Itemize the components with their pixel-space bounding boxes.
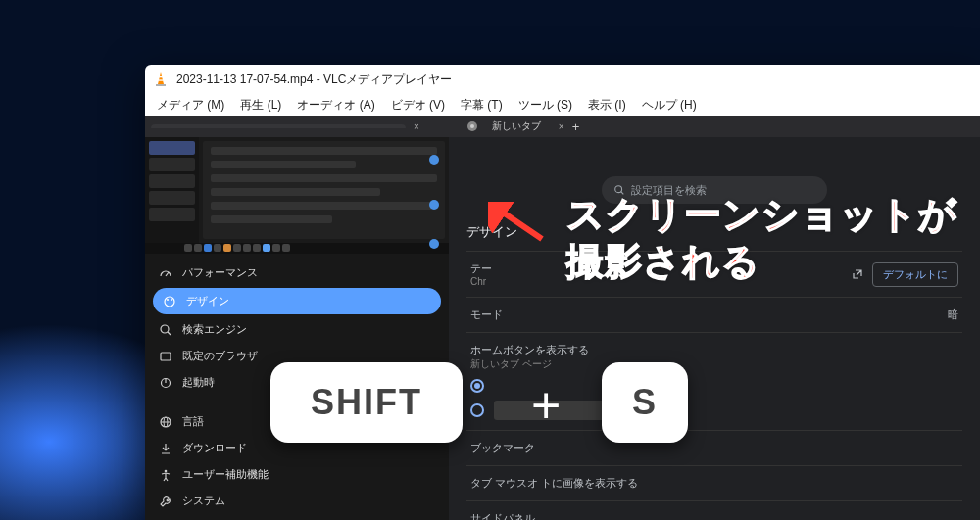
close-icon[interactable]: × bbox=[559, 121, 564, 132]
browser-icon bbox=[159, 350, 172, 363]
sidebar-item-label: 起動時 bbox=[182, 375, 215, 390]
recorded-browser: × 新しいタブ × + bbox=[145, 116, 980, 520]
svg-marker-0 bbox=[158, 72, 164, 84]
svg-rect-1 bbox=[156, 84, 166, 86]
svg-line-11 bbox=[168, 332, 171, 335]
sidebar-item-search[interactable]: 検索エンジン bbox=[145, 316, 449, 343]
browser-tabstrip: × 新しいタブ × + bbox=[145, 116, 980, 137]
setting-tabhover[interactable]: タブ マウスオ トに画像を表示する bbox=[466, 465, 962, 500]
video-left-pane: パフォーマンス デザイン 検索エンジン 既定のブラウザ bbox=[145, 137, 449, 520]
setting-label: モード bbox=[470, 307, 503, 322]
setting-label: タブ マウスオ トに画像を表示する bbox=[470, 476, 638, 491]
palette-icon bbox=[163, 295, 176, 308]
plus-icon: + bbox=[531, 376, 561, 435]
radio-newtab[interactable] bbox=[470, 379, 484, 393]
svg-rect-12 bbox=[161, 353, 171, 360]
globe-icon bbox=[159, 415, 172, 429]
menu-audio[interactable]: オーディオ (A) bbox=[291, 95, 380, 116]
annotation-text: スクリーンショットが 撮影される bbox=[566, 192, 957, 285]
video-editor-thumb bbox=[145, 137, 449, 243]
menu-video[interactable]: ビデオ (V) bbox=[385, 95, 451, 116]
gauge-icon bbox=[159, 266, 172, 280]
sidebar-item-label: パフォーマンス bbox=[182, 265, 258, 280]
setting-sublabel: 新しいタブ ページ bbox=[470, 357, 589, 371]
annotation-arrow-icon bbox=[488, 202, 547, 245]
menu-view[interactable]: 表示 (I) bbox=[582, 95, 632, 116]
sidebar-item-design[interactable]: デザイン bbox=[153, 288, 441, 314]
video-area: × 新しいタブ × + bbox=[145, 116, 980, 520]
close-icon[interactable]: × bbox=[414, 121, 419, 132]
vlc-cone-icon bbox=[153, 71, 169, 87]
sidebar-item-label: デザイン bbox=[186, 294, 229, 308]
window-title: 2023-11-13 17-07-54.mp4 - VLCメディアプレイヤー bbox=[176, 71, 452, 88]
menu-help[interactable]: ヘルプ (H) bbox=[636, 95, 703, 116]
svg-rect-2 bbox=[159, 76, 163, 77]
sidebar-item-label: ダウンロード bbox=[182, 441, 247, 455]
svg-point-8 bbox=[167, 299, 169, 301]
svg-point-5 bbox=[470, 124, 474, 128]
svg-line-23 bbox=[496, 208, 542, 239]
sidebar-item-accessibility[interactable]: ユーザー補助機能 bbox=[145, 461, 449, 488]
sidebar-item-label: 既定のブラウザ bbox=[182, 349, 258, 363]
setting-bookmark[interactable]: ブックマーク bbox=[466, 430, 962, 465]
svg-point-7 bbox=[165, 297, 174, 307]
menu-tools[interactable]: ツール (S) bbox=[513, 95, 578, 116]
titlebar[interactable]: 2023-11-13 17-07-54.mp4 - VLCメディアプレイヤー bbox=[145, 65, 980, 94]
sidebar-item-label: 言語 bbox=[182, 414, 204, 429]
setting-label: テー bbox=[470, 261, 492, 276]
mini-taskbar bbox=[145, 243, 449, 254]
sidebar-item-label: 検索エンジン bbox=[182, 322, 247, 337]
menu-playback[interactable]: 再生 (L) bbox=[234, 95, 287, 116]
svg-point-10 bbox=[161, 325, 169, 333]
setting-label: サイドパネル bbox=[470, 511, 535, 520]
svg-rect-3 bbox=[159, 79, 164, 80]
setting-value: 暗 bbox=[948, 307, 958, 322]
svg-line-6 bbox=[166, 272, 169, 276]
download-icon bbox=[159, 442, 172, 455]
setting-mode[interactable]: モード 暗 bbox=[466, 297, 962, 332]
menu-media[interactable]: メディア (M) bbox=[151, 95, 230, 116]
svg-point-19 bbox=[165, 469, 168, 472]
setting-label: ブックマーク bbox=[470, 441, 535, 455]
radio-custom[interactable] bbox=[470, 403, 484, 417]
power-icon bbox=[159, 376, 172, 390]
sidebar-item-label: システム bbox=[182, 494, 225, 508]
keycap-shift: SHIFT bbox=[270, 362, 463, 443]
menu-subtitle[interactable]: 字幕 (T) bbox=[455, 95, 509, 116]
sidebar-item-performance[interactable]: パフォーマンス bbox=[145, 260, 449, 286]
chrome-icon bbox=[466, 120, 478, 132]
sidebar-item-system[interactable]: システム bbox=[145, 488, 449, 514]
keycap-s: S bbox=[602, 362, 688, 443]
svg-point-9 bbox=[171, 299, 172, 301]
setting-sidepanel[interactable]: サイドパネル bbox=[466, 500, 962, 520]
setting-label: ホームボタンを表示する bbox=[470, 343, 589, 357]
browser-tab-2[interactable]: 新しいタブ bbox=[482, 118, 551, 135]
new-tab-button[interactable]: + bbox=[568, 119, 584, 134]
sidebar-item-label: ユーザー補助機能 bbox=[182, 467, 269, 482]
a11y-icon bbox=[159, 468, 172, 482]
menubar: メディア (M) 再生 (L) オーディオ (A) ビデオ (V) 字幕 (T)… bbox=[145, 94, 980, 116]
browser-tab-1[interactable] bbox=[151, 124, 406, 128]
search-icon bbox=[159, 323, 172, 337]
vlc-window: 2023-11-13 17-07-54.mp4 - VLCメディアプレイヤー メ… bbox=[145, 65, 980, 520]
wrench-icon bbox=[159, 495, 172, 508]
setting-sublabel: Chr bbox=[470, 276, 492, 287]
